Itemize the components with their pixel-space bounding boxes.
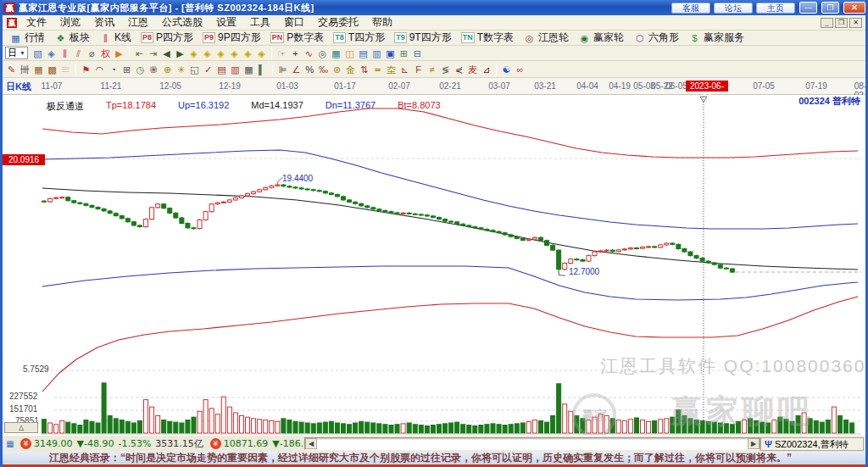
circle-tool-icon[interactable]: ◔	[107, 64, 120, 75]
time-grid-tool-icon[interactable]: ▥	[229, 64, 242, 75]
kline-style-icon[interactable]: ⫼	[58, 47, 71, 59]
trend-tool-icon[interactable]: ≶	[439, 64, 452, 75]
arc-tool-icon[interactable]: ◠	[93, 64, 106, 75]
network-pc-icon[interactable]: ⊟	[411, 47, 424, 59]
exright-icon[interactable]: 权	[99, 47, 112, 59]
t-square-button[interactable]: T8T四方形	[329, 31, 389, 45]
menu-item-3[interactable]: 资讯	[87, 15, 121, 30]
menu-item-9[interactable]: 交易委托	[311, 15, 365, 30]
cycle-tool-icon[interactable]: ◷	[134, 64, 147, 75]
close-button[interactable]: ✕	[843, 2, 865, 14]
chart-area[interactable]: 极反通道 Tp=18.1784Up=16.3192Md=14.1937Dn=11…	[3, 95, 865, 435]
sector-button[interactable]: ❖板块	[50, 31, 94, 45]
channel-tool-icon[interactable]: ≠	[426, 64, 438, 75]
child-restore-button[interactable]: ❐	[835, 18, 848, 28]
p9-square-button[interactable]: P99P四方形	[198, 31, 265, 45]
grid2-tool-icon[interactable]: ⊞	[120, 64, 133, 75]
golden-circle-tool-icon[interactable]: ⊛	[331, 64, 343, 75]
t-number-table-button[interactable]: TNT数字表	[457, 31, 518, 45]
menu-item-8[interactable]: 窗口	[277, 15, 311, 30]
candle-type-icon[interactable]: ⌀	[86, 47, 98, 59]
forum-link[interactable]: 论坛	[714, 3, 753, 14]
band-tool-icon[interactable]: 麦	[466, 64, 479, 75]
speedline-tool-icon[interactable]: ⊾	[398, 64, 411, 75]
flag-tool-icon[interactable]: ⚑	[80, 64, 92, 75]
kline-style2-icon[interactable]: ⫽	[72, 47, 85, 59]
p-square-button[interactable]: P8P四方形	[136, 31, 198, 45]
kline-chart-canvas[interactable]	[3, 95, 865, 435]
permille-tool-icon[interactable]: ‰	[317, 64, 330, 75]
p-number-table-button[interactable]: PNP数字表	[266, 31, 329, 45]
menu-item-4[interactable]: 江恩	[121, 15, 155, 30]
zigzag-tool-icon[interactable]: ✓	[202, 64, 214, 75]
home-link[interactable]: 主页	[756, 3, 795, 14]
play-icon[interactable]: ▶	[113, 47, 125, 59]
hexagon-button[interactable]: ⬡六角形	[629, 31, 683, 45]
quote-grid-icon[interactable]: ▦	[4, 438, 16, 449]
gann-diamond-2-icon[interactable]: ◈	[201, 47, 214, 59]
magnifier-icon[interactable]: ◎	[316, 47, 329, 59]
gold-box-tool-icon[interactable]: 圶	[385, 64, 398, 75]
prev-bar-icon[interactable]: ◀	[160, 47, 173, 59]
calculator-icon[interactable]: ▤	[357, 47, 370, 59]
gann-diamond-4-icon[interactable]: ◈	[228, 47, 241, 59]
pen-tool-icon[interactable]: ✎	[5, 64, 18, 75]
report-icon[interactable]: ▥	[370, 47, 383, 59]
slope-tool-icon[interactable]: ⊿	[480, 64, 492, 75]
angle-tool-icon[interactable]: ∠	[290, 64, 303, 75]
gann-box-tool-icon[interactable]: ▦	[32, 64, 45, 75]
menu-item-6[interactable]: 设置	[209, 15, 243, 30]
scroll-left-arrow[interactable]: ◀	[305, 438, 317, 449]
current-stock-box[interactable]: Ψ SZ002324,普利特	[760, 437, 864, 451]
kline-button[interactable]: ⫼K线	[95, 31, 136, 45]
infinity-icon[interactable]: ∞	[514, 64, 526, 75]
remote-pc-icon[interactable]: ⊞	[398, 47, 410, 59]
service-link[interactable]: 客服	[671, 3, 710, 14]
restore-button[interactable]: ❐	[821, 2, 839, 14]
step-tool-icon[interactable]: ⋞	[453, 64, 465, 75]
golden-line-tool-icon[interactable]: 金	[344, 64, 357, 75]
price-grid-tool-icon[interactable]: ▤	[215, 64, 228, 75]
quote-button[interactable]: ▦行情	[5, 31, 49, 45]
star-tool-icon[interactable]: ✳	[175, 64, 187, 75]
save-icon[interactable]: ▣	[384, 47, 397, 59]
scroll-right-arrow[interactable]: ▶	[748, 438, 760, 449]
last-page-icon[interactable]: ⇥	[147, 47, 159, 59]
menu-item-5[interactable]: 公式选股	[155, 15, 209, 30]
histogram-tool-icon[interactable]: ▍	[256, 64, 269, 75]
t9-square-button[interactable]: T99T四方形	[390, 31, 456, 45]
platform-tool-icon[interactable]: ≖	[371, 64, 384, 75]
gann-diamond-3-icon[interactable]: ◈	[214, 47, 227, 59]
box-select-tool-icon[interactable]: ◱	[188, 64, 201, 75]
ruler-tool-icon[interactable]: ⊫	[276, 64, 289, 75]
first-page-icon[interactable]: ⇤	[133, 47, 146, 59]
menu-item-2[interactable]: 浏览	[53, 15, 87, 30]
gann-diamond-6-icon[interactable]: ◈	[255, 47, 268, 59]
next-bar-icon[interactable]: ▶	[174, 47, 186, 59]
child-minimize-button[interactable]: _	[821, 18, 833, 28]
spiral-tool-icon[interactable]: ֎	[147, 64, 160, 75]
winner-wheel-button[interactable]: ◉赢家轮	[574, 31, 628, 45]
matrix-tool-icon[interactable]: ▦	[242, 64, 255, 75]
fib-tool-icon[interactable]: F	[412, 64, 425, 75]
gann-grid-tool-icon[interactable]: 卌	[19, 64, 31, 75]
wave-measure-icon[interactable]: ∿	[303, 47, 315, 59]
crosshair-tool-icon[interactable]: +	[289, 47, 302, 59]
menu-item-1[interactable]: 文件	[19, 15, 53, 30]
pane-expand-button[interactable]: △	[4, 422, 38, 433]
menu-item-7[interactable]: 工具	[243, 15, 277, 30]
gann-diamond-5-icon[interactable]: ◈	[242, 47, 254, 59]
updown-tool-icon[interactable]: ⇅	[358, 64, 370, 75]
child-close-button[interactable]: ✕	[849, 18, 862, 28]
mini-chart-icon[interactable]: ◫	[343, 47, 356, 59]
screenshot-icon[interactable]: ▧	[31, 47, 44, 59]
center-tool-icon[interactable]: ⊕	[161, 64, 174, 75]
stats-grid-icon[interactable]: ▦	[330, 47, 342, 59]
winner-service-button[interactable]: $赢家服务	[684, 31, 748, 45]
period-selector[interactable]: 日▼	[5, 47, 28, 59]
indicator-name[interactable]: 极反通道	[47, 100, 84, 113]
gann-diamond-1-icon[interactable]: ◈	[187, 47, 200, 59]
gann-square-tool-icon[interactable]: ▩	[46, 64, 58, 75]
horizontal-scrollbar[interactable]: ◀ ▶	[304, 437, 760, 450]
info-icon[interactable]: ◈	[45, 47, 58, 59]
